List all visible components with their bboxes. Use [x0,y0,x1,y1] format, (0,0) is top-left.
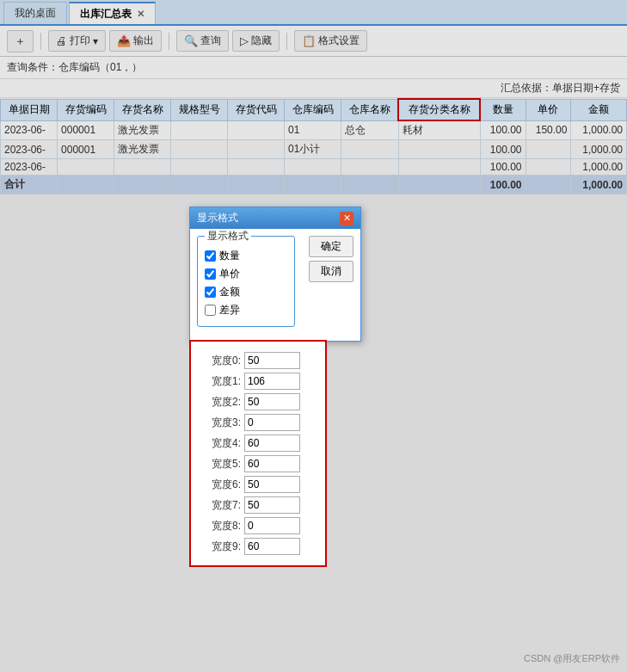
checkbox-label-单价: 单价 [219,267,240,281]
width-field-input[interactable] [244,435,300,452]
width-field-input[interactable] [244,414,300,431]
cancel-button[interactable]: 取消 [309,261,353,282]
width-row: 宽度0: [198,352,318,369]
width-row: 宽度6: [198,476,318,493]
width-field-label: 宽度3: [198,416,241,430]
width-field-label: 宽度7: [198,498,241,513]
checkbox-row: 金额 [205,285,287,299]
width-row: 宽度9: [198,538,318,555]
width-field-input[interactable] [244,517,300,534]
checkbox-row: 数量 [205,249,287,263]
checkbox-单价[interactable] [205,268,216,280]
checkbox-金额[interactable] [205,287,216,298]
dialog-title-bar: 显示格式 ✕ [190,207,360,229]
width-field-label: 宽度5: [198,457,241,472]
format-group-legend: 显示格式 [205,229,251,244]
width-field-label: 宽度8: [198,519,241,533]
width-row: 宽度5: [198,455,318,472]
width-row: 宽度8: [198,517,318,534]
checkbox-数量[interactable] [205,250,216,262]
dialog-title: 显示格式 [197,211,238,225]
width-field-input[interactable] [244,538,300,555]
checkbox-label-金额: 金额 [219,285,240,299]
checkbox-label-数量: 数量 [219,249,240,263]
width-row: 宽度2: [198,393,318,410]
width-field-input[interactable] [244,476,300,493]
dialog-buttons: 确定 取消 [309,236,353,334]
width-row: 宽度3: [198,414,318,431]
width-field-input[interactable] [244,373,300,390]
width-panel: 宽度0:宽度1:宽度2:宽度3:宽度4:宽度5:宽度6:宽度7:宽度8:宽度9: [189,340,327,567]
width-row: 宽度4: [198,435,318,452]
width-field-label: 宽度9: [198,539,241,554]
checkbox-差异[interactable] [205,305,216,316]
width-field-input[interactable] [244,455,300,472]
confirm-button[interactable]: 确定 [309,236,353,257]
dialog-close-button[interactable]: ✕ [340,212,353,225]
width-row: 宽度1: [198,373,318,390]
checkbox-label-差异: 差异 [219,303,240,318]
width-field-label: 宽度4: [198,436,241,451]
width-field-label: 宽度0: [198,354,241,368]
dialog-content: 显示格式 数量单价金额差异 确定 取消 [190,229,360,341]
width-field-input[interactable] [244,352,300,369]
format-group: 显示格式 数量单价金额差异 [197,236,295,327]
width-field-input[interactable] [244,496,300,514]
width-field-label: 宽度6: [198,478,241,492]
format-dialog: 显示格式 ✕ 显示格式 数量单价金额差异 确定 取消 [189,207,361,342]
width-row: 宽度7: [198,496,318,514]
width-field-label: 宽度1: [198,374,241,389]
width-field-label: 宽度2: [198,395,241,410]
width-field-input[interactable] [244,393,300,410]
checkbox-row: 单价 [205,267,287,281]
checkbox-row: 差异 [205,303,287,318]
